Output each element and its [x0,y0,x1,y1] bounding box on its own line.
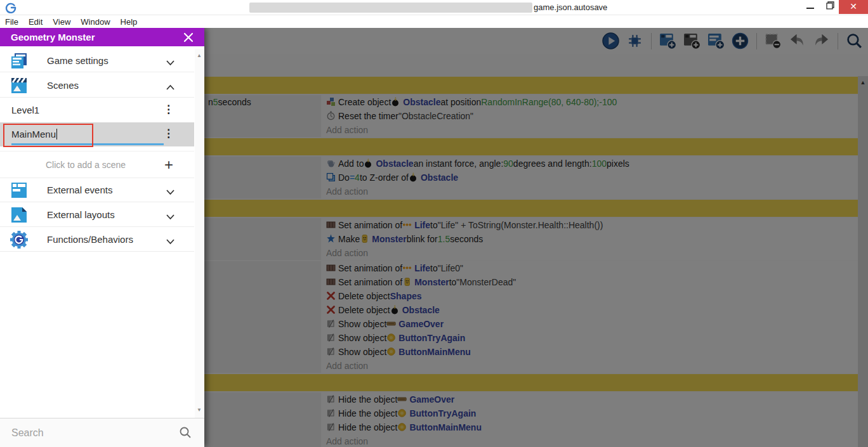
window-title: game.json.autosave [534,0,607,15]
menu-bar: File Edit View Window Help [0,15,868,28]
menu-window[interactable]: Window [76,17,115,27]
gdevelop-logo-icon [5,2,16,13]
drawer-item-label: Game settings [47,49,109,72]
window-title-redacted [249,3,532,13]
close-drawer-button[interactable] [181,30,195,44]
drawer-scrollbar[interactable]: ▲ ▼ [195,49,204,418]
drawer-item-label: External layouts [47,203,115,226]
chevron-down-icon[interactable] [166,236,175,242]
chevron-down-icon[interactable] [166,57,175,63]
restore-button[interactable] [820,0,839,14]
chevron-down-icon[interactable] [166,186,175,193]
scroll-up-icon[interactable]: ▲ [195,53,204,58]
drawer-item-label: Scenes [47,74,79,97]
drawer-item-game-settings[interactable]: Game settings [0,49,194,72]
project-drawer: Geometry Monster Game settings Scenes Le… [0,28,204,447]
menu-edit[interactable]: Edit [23,17,48,27]
drawer-item-label: Functions/Behaviors [47,228,133,251]
close-window-button[interactable]: ✕ [839,0,868,14]
menu-help[interactable]: Help [115,17,143,27]
gdevelop-window: n 5 secondsCreate object Obstacle at pos… [0,0,868,447]
search-icon [179,426,192,439]
external-events-icon [10,181,29,200]
external-layouts-icon [10,205,29,224]
minimize-button[interactable] [801,0,820,14]
scroll-down-icon[interactable]: ▼ [195,407,204,413]
drawer-item-functions-behaviors[interactable]: Functions/Behaviors [0,228,194,252]
kebab-menu-icon[interactable]: ⋮ [163,127,174,140]
chevron-down-icon[interactable] [166,211,175,217]
title-bar: game.json.autosave ✕ [0,0,868,15]
drawer-item-external-layouts[interactable]: External layouts [0,203,194,227]
scene-name: Level1 [11,98,39,122]
search-input[interactable] [11,424,170,443]
plus-icon[interactable]: + [164,157,173,173]
add-scene-label: Click to add a scene [0,152,171,179]
game-settings-icon [10,51,29,70]
drawer-header: Geometry Monster [0,28,204,46]
chevron-up-icon[interactable] [166,82,175,88]
kebab-menu-icon[interactable]: ⋮ [163,103,174,116]
scene-item-level1[interactable]: Level1 ⋮ [0,98,194,122]
annotation-highlight-rect [3,124,93,147]
drawer-item-scenes[interactable]: Scenes [0,74,194,98]
scenes-icon [10,76,29,95]
add-scene-row[interactable]: Click to add a scene + [0,151,194,178]
menu-view[interactable]: View [48,17,76,27]
drawer-item-external-events[interactable]: External events [0,178,194,202]
menu-file[interactable]: File [0,17,23,27]
drawer-item-label: External events [47,178,112,202]
search-row [0,418,204,447]
project-title: Geometry Monster [11,28,95,46]
functions-behaviors-icon [10,230,29,249]
